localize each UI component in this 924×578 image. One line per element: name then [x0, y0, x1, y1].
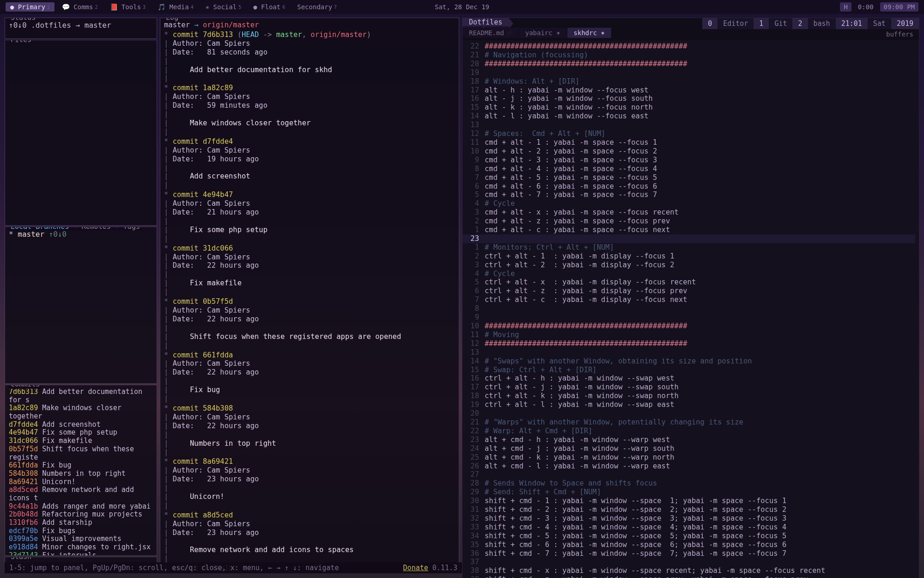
commit-row[interactable]: 1310fb6 Add starship: [9, 519, 153, 527]
vim-line: 31shift + cmd - 2 : yabai -m window --sp…: [462, 505, 915, 514]
vim-line: 6cmd + alt - 6 : yabai -m space --focus …: [462, 182, 915, 191]
commit-row[interactable]: 4e94b47 Fix some php setup: [9, 429, 153, 437]
vim-line: 18# Windows: Alt + [DIR]: [462, 77, 915, 86]
vim-line: 28# Sends Window to Space and shifts foc…: [462, 479, 915, 488]
vim-line: 11# Moving: [462, 331, 915, 339]
commit-row[interactable]: 0399a5e Visual improvements: [9, 535, 153, 543]
vim-line: 7cmd + alt - 5 : yabai -m space --focus …: [462, 173, 915, 182]
menubar: ● Primary1💬 Comms2📕 Tools3🎵 Media4✳ Soci…: [0, 0, 924, 14]
vim-line: 21# "Warps" with another Window, potenti…: [462, 418, 915, 427]
commit-row[interactable]: e918d84 Minor changes to right.jsx: [9, 543, 153, 552]
vim-line: 4# Cycle: [462, 270, 915, 278]
commit-row[interactable]: 0b57f5d Shift focus when these registe: [9, 445, 153, 461]
commit-row[interactable]: 661fdda Fix bug: [9, 461, 153, 470]
log-commit[interactable]: * commit 584b308| Author: Cam Spiers | D…: [164, 404, 455, 456]
vim-line: 20######################################…: [462, 60, 915, 68]
vim-line: 16alt - j : yabai -m window --focus sout…: [462, 94, 915, 103]
branches-panel[interactable]: Local Branches - Remotes - Tags * master…: [5, 227, 157, 384]
log-commit[interactable]: * commit 4e94b47| Author: Cam Spiers | D…: [164, 191, 455, 243]
commit-row[interactable]: 8a69421 Unicorn!: [9, 478, 153, 486]
vim-line: 20: [462, 409, 915, 418]
status-panel[interactable]: Status ↑0↓0 .dotfiles → master: [5, 18, 157, 39]
files-panel[interactable]: Files: [5, 40, 157, 226]
vim-editor[interactable]: Dotfilescspiers 0Editor1Git2bash 21:01 S…: [462, 18, 919, 578]
vim-line: 38shift + cmd - x : yabai -m window --sp…: [462, 566, 915, 575]
log-commit[interactable]: * commit d7fdde4| Author: Cam Spiers | D…: [164, 137, 455, 190]
vim-line: 17ctrl + alt - j : yabai -m window --swa…: [462, 383, 915, 392]
vim-buffer-tab[interactable]: yabairc ✶: [519, 28, 567, 38]
tmux-window-num[interactable]: 0: [702, 18, 717, 29]
workspace-tag-media[interactable]: 🎵 Media4: [153, 2, 198, 12]
log-commit[interactable]: * commit 661fdda| Author: Cam Spiers | D…: [164, 351, 455, 403]
vim-line: 12######################################…: [462, 339, 915, 348]
vim-crumb[interactable]: Dotfiles: [462, 18, 509, 26]
vim-line: 13: [462, 348, 915, 357]
vim-day: Sat: [868, 18, 891, 29]
tmux-window-name[interactable]: bash: [808, 18, 836, 29]
vim-buffer-tab[interactable]: skhdrc ✶: [567, 28, 612, 38]
vim-line: 21# Navigation (focussing): [462, 51, 915, 60]
tmux-window-num[interactable]: 1: [754, 18, 769, 29]
vim-line: 8cmd + alt - 4 : yabai -m space --focus …: [462, 165, 915, 173]
workspace-tag-tools[interactable]: 📕 Tools3: [105, 2, 151, 12]
vim-line: 5cmd + alt - 7 : yabai -m space --focus …: [462, 191, 915, 199]
menubar-timer: 0:00: [858, 3, 874, 11]
vim-buffer[interactable]: 22######################################…: [462, 40, 919, 578]
commit-row[interactable]: 31dc066 Fix makefile: [9, 437, 153, 445]
log-commit[interactable]: * commit 0b57f5d| Author: Cam Spiers | D…: [164, 297, 455, 350]
vim-line: 27: [462, 470, 915, 479]
workspace-tag-comms[interactable]: 💬 Comms2: [57, 2, 103, 12]
vim-line: 23: [462, 234, 915, 243]
vim-line: 1# Monitors: Ctrl + Alt + [NUM]: [462, 243, 915, 252]
vim-line: 14alt - l : yabai -m window --focus east: [462, 112, 915, 121]
lazygit-helpbar: 1-5: jump to panel, PgUp/PgDn: scroll, e…: [5, 562, 462, 573]
commit-row[interactable]: edcf70b Fix bugs: [9, 527, 153, 535]
log-commit[interactable]: * commit 31dc066| Author: Cam Spiers | D…: [164, 244, 455, 296]
menubar-h: H: [840, 2, 851, 12]
vim-line: 4# Cycle: [462, 199, 915, 208]
workspace-tag-secondary[interactable]: Secondary7: [292, 2, 341, 12]
log-commit[interactable]: * commit 7d6b313 (HEAD -> master, origin…: [164, 31, 455, 83]
commit-row[interactable]: 2b0b48d Refactoring mux projects: [9, 510, 153, 519]
commit-row[interactable]: a8d5ced Remove network and add icons t: [9, 486, 153, 502]
vim-line: 22######################################…: [462, 42, 915, 51]
workspace-tag-primary[interactable]: ● Primary1: [6, 2, 55, 12]
commits-panel[interactable]: Commits 7d6b313 Add better documentation…: [5, 385, 157, 556]
commit-row[interactable]: d7fdde4 Add screenshot: [9, 421, 153, 429]
vim-line: 18ctrl + alt - k : yabai -m window --swa…: [462, 392, 915, 400]
log-commit[interactable]: * commit 1a82c89| Author: Cam Spiers | D…: [164, 84, 455, 136]
vim-line: 13: [462, 121, 915, 129]
commit-row[interactable]: 7d6b313 Add better documentation for s: [9, 388, 153, 404]
vim-line: 11cmd + alt - 1 : yabai -m space --focus…: [462, 138, 915, 147]
git-log-panel[interactable]: Log master → origin/master * commit 7d6b…: [160, 18, 459, 573]
vim-line: 30shift + cmd - 1 : yabai -m window --sp…: [462, 497, 915, 505]
branch-master[interactable]: * master ↑0↓0: [9, 230, 153, 239]
workspace-tag-float[interactable]: ● Float6: [249, 2, 290, 12]
vim-line: 15alt - k : yabai -m window --focus nort…: [462, 103, 915, 112]
vim-line: 24alt + cmd - j : yabai -m window --warp…: [462, 444, 915, 453]
vim-line: 32shift + cmd - 3 : yabai -m window --sp…: [462, 514, 915, 523]
vim-line: 19ctrl + alt - l : yabai -m window --swa…: [462, 400, 915, 409]
donate-link[interactable]: Donate: [403, 564, 428, 572]
vim-line: 8: [462, 304, 915, 313]
commit-row[interactable]: 1a82c89 Make windows closer together: [9, 404, 153, 420]
vim-line: 37: [462, 558, 915, 566]
menubar-clock: 09:00 PM: [880, 2, 918, 12]
tmux-window-name[interactable]: Git: [769, 18, 792, 29]
log-commit[interactable]: * commit 8a69421| Author: Cam Spiers | D…: [164, 457, 455, 510]
tmux-window-num[interactable]: 2: [792, 18, 808, 29]
log-commit[interactable]: * commit a8d5ced| Author: Cam Spiers | D…: [164, 511, 455, 563]
commit-row[interactable]: 23d7143 Fix intervals: [9, 552, 153, 556]
vim-year: 2019: [891, 18, 919, 29]
vim-line: 10cmd + alt - 2 : yabai -m space --focus…: [462, 147, 915, 156]
vim-line: 19: [462, 68, 915, 77]
vim-line: 5ctrl + alt - x : yabai -m display --foc…: [462, 278, 915, 287]
workspace-tag-social[interactable]: ✳ Social5: [201, 2, 246, 12]
log-head: master → origin/master: [164, 21, 455, 30]
lazygit-sidebar: Status ↑0↓0 .dotfiles → master Files Loc…: [5, 18, 157, 573]
vim-line: 39shift + cmd - z : yabai -m window --sp…: [462, 575, 915, 578]
commit-row[interactable]: 9c44a1b Adds ranger and more yabai: [9, 503, 153, 511]
vim-line: 23alt + cmd - h : yabai -m window --warp…: [462, 436, 915, 444]
tmux-window-name[interactable]: Editor: [717, 18, 754, 29]
commit-row[interactable]: 584b308 Numbers in top right: [9, 470, 153, 478]
